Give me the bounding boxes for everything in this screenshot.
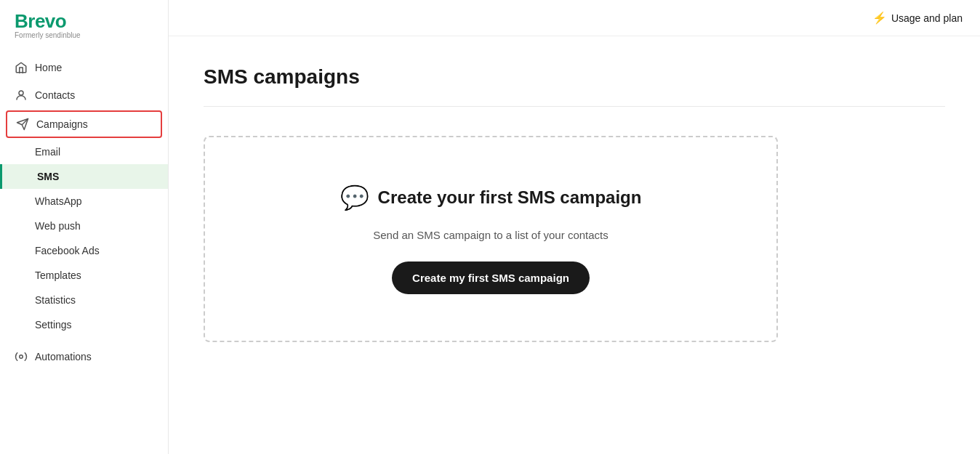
- sidebar-item-email-label: Email: [35, 146, 60, 158]
- sidebar-item-settings[interactable]: Settings: [0, 312, 168, 337]
- sidebar-item-automations[interactable]: Automations: [0, 343, 168, 370]
- sidebar-item-templates[interactable]: Templates: [0, 263, 168, 288]
- logo-area: Brevo Formerly sendinblue: [0, 0, 168, 48]
- usage-plan-button[interactable]: ⚡ Usage and plan: [872, 11, 963, 25]
- automations-icon: [15, 350, 28, 363]
- sidebar-item-statistics-label: Statistics: [35, 294, 76, 306]
- sidebar-item-whatsapp-label: WhatsApp: [35, 195, 82, 207]
- empty-state-description: Send an SMS campaign to a list of your c…: [373, 229, 609, 241]
- top-bar: ⚡ Usage and plan: [169, 0, 980, 36]
- sidebar: Brevo Formerly sendinblue Home Contacts: [0, 0, 169, 454]
- sidebar-item-home[interactable]: Home: [0, 54, 168, 81]
- usage-plan-label: Usage and plan: [891, 12, 963, 24]
- sidebar-item-facebook-ads-label: Facebook Ads: [35, 245, 100, 256]
- sidebar-item-settings-label: Settings: [35, 319, 72, 331]
- page-divider: [204, 106, 945, 107]
- sidebar-item-campaigns[interactable]: Campaigns: [6, 110, 162, 138]
- sidebar-item-whatsapp[interactable]: WhatsApp: [0, 189, 168, 214]
- brand-sub: Formerly sendinblue: [15, 31, 153, 39]
- empty-state-card: 💬 Create your first SMS campaign Send an…: [204, 136, 778, 342]
- sidebar-item-home-label: Home: [35, 62, 62, 73]
- sidebar-item-sms[interactable]: SMS: [0, 164, 168, 189]
- sidebar-item-statistics[interactable]: Statistics: [0, 288, 168, 312]
- sidebar-nav: Home Contacts Campaigns Em: [0, 48, 168, 454]
- page-title: SMS campaigns: [204, 65, 945, 89]
- sidebar-item-contacts-label: Contacts: [35, 89, 75, 101]
- sidebar-item-web-push[interactable]: Web push: [0, 214, 168, 238]
- main-content: ⚡ Usage and plan SMS campaigns 💬 Create …: [169, 0, 980, 454]
- brand-name: Brevo: [15, 12, 153, 31]
- sms-bubble-icon: 💬: [340, 184, 369, 211]
- sidebar-item-contacts[interactable]: Contacts: [0, 81, 168, 109]
- home-icon: [15, 61, 28, 74]
- sidebar-item-email[interactable]: Email: [0, 139, 168, 164]
- contacts-icon: [15, 89, 28, 102]
- sidebar-item-facebook-ads[interactable]: Facebook Ads: [0, 238, 168, 263]
- sidebar-item-templates-label: Templates: [35, 269, 81, 281]
- sidebar-item-sms-label: SMS: [37, 171, 59, 182]
- empty-state-title: Create your first SMS campaign: [378, 187, 642, 208]
- svg-point-0: [19, 91, 23, 95]
- sidebar-item-campaigns-label: Campaigns: [36, 118, 88, 130]
- sidebar-item-automations-label: Automations: [35, 351, 92, 362]
- create-sms-campaign-button[interactable]: Create my first SMS campaign: [392, 262, 590, 294]
- empty-state-title-row: 💬 Create your first SMS campaign: [340, 184, 642, 211]
- page-content: SMS campaigns 💬 Create your first SMS ca…: [169, 36, 980, 454]
- svg-point-3: [20, 355, 23, 359]
- sidebar-item-web-push-label: Web push: [35, 220, 81, 232]
- campaigns-icon: [16, 118, 29, 131]
- lightning-icon: ⚡: [872, 11, 887, 25]
